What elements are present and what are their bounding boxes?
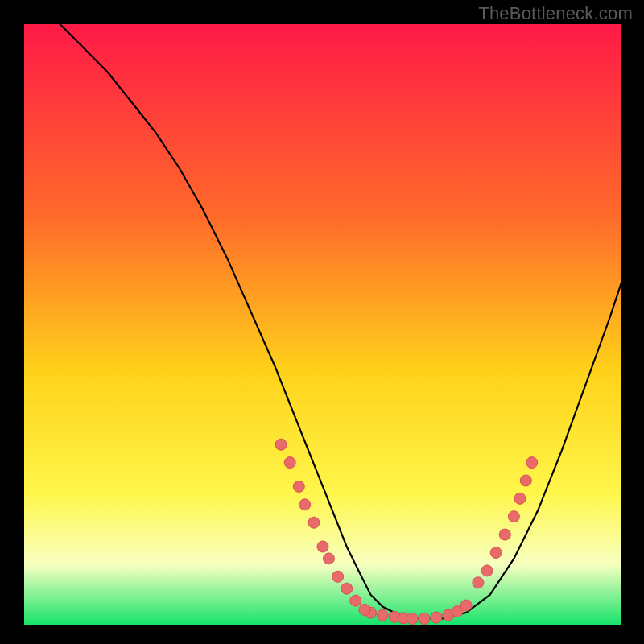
plot-background [24, 24, 621, 625]
data-marker [308, 517, 320, 528]
data-marker [490, 547, 502, 559]
watermark-text: TheBottleneck.com [478, 3, 633, 24]
data-marker [377, 609, 388, 621]
data-marker [514, 493, 526, 504]
data-marker [332, 571, 344, 582]
data-marker [350, 595, 361, 606]
chart-frame: TheBottleneck.com [0, 0, 644, 644]
data-marker [526, 457, 538, 469]
data-marker [284, 457, 295, 469]
data-marker [520, 475, 531, 486]
data-marker [481, 565, 493, 576]
data-marker [293, 481, 304, 492]
data-marker [431, 612, 442, 623]
data-marker [317, 541, 328, 552]
data-marker [499, 529, 510, 540]
data-marker [323, 553, 334, 564]
data-marker [341, 583, 353, 594]
data-marker [359, 604, 370, 615]
data-marker [275, 439, 287, 450]
bottleneck-chart [0, 0, 644, 644]
data-marker [460, 600, 472, 611]
data-marker [473, 577, 484, 588]
data-marker [407, 613, 418, 625]
data-marker [299, 499, 311, 510]
data-marker [419, 613, 430, 625]
data-marker [508, 511, 519, 522]
